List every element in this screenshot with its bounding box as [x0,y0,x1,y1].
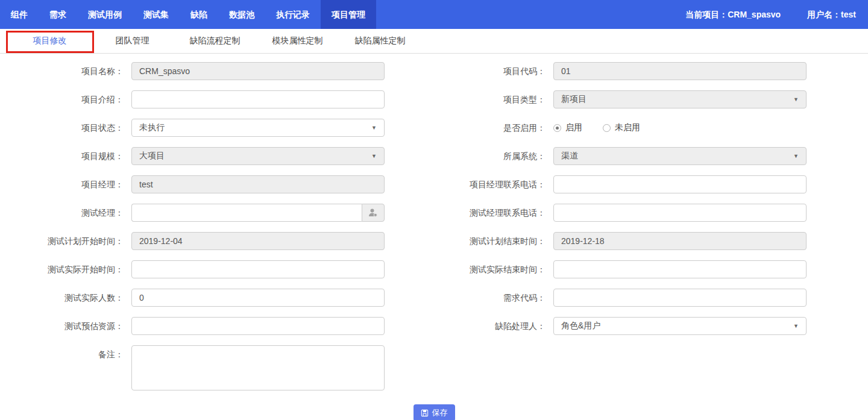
defect-handler-select[interactable]: 角色&用户 ▼ [553,317,807,335]
project-status-label: 项目状态： [0,119,131,137]
nav-item-test-cases[interactable]: 测试用例 [77,0,133,29]
field-estimated-resource: 测试预估资源： [0,317,434,335]
project-code-input[interactable] [553,62,807,80]
project-edit-form: 项目名称： 项目介绍： 项目状态： 未执行 ▼ 项目规模： 大项目 ▼ 项目经理… [0,54,868,401]
req-code-label: 需求代码： [434,289,553,307]
save-button[interactable]: 保存 [414,404,455,420]
form-column-right: 项目代码： 项目类型： 新项目 ▼ 是否启用： 启用 未启用 [434,62,868,401]
chevron-down-icon: ▼ [371,125,377,131]
system-select[interactable]: 渠道 ▼ [553,147,807,165]
project-name-input[interactable] [131,62,385,80]
req-code-input[interactable] [553,289,807,307]
field-plan-start: 测试计划开始时间： [0,232,434,250]
test-manager-label: 测试经理： [0,204,131,222]
field-actual-people: 测试实际人数： [0,289,434,307]
field-project-manager: 项目经理： [0,175,434,193]
add-user-icon [368,208,378,218]
radio-disabled-label: 未启用 [615,122,640,133]
field-test-manager: 测试经理： [0,204,434,222]
tm-phone-input[interactable] [553,204,807,222]
tm-phone-label: 测试经理联系电话： [434,204,553,222]
radio-enabled-label: 启用 [565,122,582,133]
test-manager-input[interactable] [131,204,362,222]
field-project-scale: 项目规模： 大项目 ▼ [0,147,434,165]
plan-start-input[interactable] [131,232,385,250]
system-label: 所属系统： [434,147,553,165]
plan-end-input[interactable] [553,232,807,250]
nav-item-defects[interactable]: 缺陷 [180,0,218,29]
field-project-type: 项目类型： 新项目 ▼ [434,90,868,108]
project-scale-value: 大项目 [139,151,165,161]
field-tm-phone: 测试经理联系电话： [434,204,868,222]
enabled-radio-group: 启用 未启用 [553,119,640,137]
estimated-resource-input[interactable] [131,317,385,335]
form-column-left: 项目名称： 项目介绍： 项目状态： 未执行 ▼ 项目规模： 大项目 ▼ 项目经理… [0,62,434,401]
project-status-value: 未执行 [139,122,165,133]
actual-people-label: 测试实际人数： [0,289,131,307]
tab-project-edit[interactable]: 项目修改 [8,36,91,46]
project-intro-input[interactable] [131,90,385,108]
plan-end-label: 测试计划结束时间： [434,232,553,250]
form-actions: 保存 [0,404,868,420]
project-name-label: 项目名称： [0,62,131,80]
project-manager-input[interactable] [131,175,385,193]
field-system: 所属系统： 渠道 ▼ [434,147,868,165]
pm-phone-label: 项目经理联系电话： [434,175,553,193]
actual-end-label: 测试实际结束时间： [434,260,553,278]
field-project-name: 项目名称： [0,62,434,80]
radio-enabled[interactable]: 启用 [553,122,582,133]
radio-disabled[interactable]: 未启用 [603,122,640,133]
field-pm-phone: 项目经理联系电话： [434,175,868,193]
pm-phone-input[interactable] [553,175,807,193]
field-actual-start: 测试实际开始时间： [0,260,434,278]
nav-item-execution-records[interactable]: 执行记录 [265,0,321,29]
field-plan-end: 测试计划结束时间： [434,232,868,250]
field-project-code: 项目代码： [434,62,868,80]
radio-checked-icon [553,124,561,132]
project-type-value: 新项目 [561,94,587,105]
project-code-label: 项目代码： [434,62,553,80]
nav-item-components[interactable]: 组件 [0,0,39,29]
username-label: 用户名：test [807,0,856,29]
project-scale-select[interactable]: 大项目 ▼ [131,147,385,165]
field-defect-handler: 缺陷处理人： 角色&用户 ▼ [434,317,868,335]
tab-module-attr-custom[interactable]: 模块属性定制 [256,36,339,46]
system-value: 渠道 [561,151,578,161]
project-status-select[interactable]: 未执行 ▼ [131,119,385,137]
tab-defect-flow-custom[interactable]: 缺陷流程定制 [174,36,256,46]
actual-end-input[interactable] [553,260,807,278]
actual-start-input[interactable] [131,260,385,278]
estimated-resource-label: 测试预估资源： [0,317,131,335]
field-project-intro: 项目介绍： [0,90,434,108]
nav-item-project-management[interactable]: 项目管理 [321,0,376,29]
chevron-down-icon: ▼ [371,153,377,159]
save-floppy-icon [421,409,429,417]
remark-label: 备注： [0,345,131,363]
test-manager-input-group [131,204,385,222]
enabled-label: 是否启用： [434,119,553,137]
radio-unchecked-icon [603,124,611,132]
project-intro-label: 项目介绍： [0,90,131,108]
field-enabled: 是否启用： 启用 未启用 [434,119,868,137]
select-user-button[interactable] [362,204,385,222]
nav-item-data-pool[interactable]: 数据池 [218,0,265,29]
top-navbar: 组件 需求 测试用例 测试集 缺陷 数据池 执行记录 项目管理 当前项目：CRM… [0,0,868,29]
plan-start-label: 测试计划开始时间： [0,232,131,250]
project-type-select[interactable]: 新项目 ▼ [553,90,807,108]
nav-item-test-sets[interactable]: 测试集 [133,0,180,29]
chevron-down-icon: ▼ [793,323,799,329]
chevron-down-icon: ▼ [793,153,799,159]
remark-textarea[interactable] [131,345,385,390]
tab-team-management[interactable]: 团队管理 [91,36,174,46]
nav-item-requirements[interactable]: 需求 [39,0,77,29]
tab-defect-attr-custom[interactable]: 缺陷属性定制 [339,36,421,46]
current-project-label: 当前项目：CRM_spasvo [685,0,781,29]
project-scale-label: 项目规模： [0,147,131,165]
defect-handler-label: 缺陷处理人： [434,317,553,335]
sub-tabbar: 项目修改 团队管理 缺陷流程定制 模块属性定制 缺陷属性定制 [0,29,868,54]
actual-people-input[interactable] [131,289,385,307]
project-type-label: 项目类型： [434,90,553,108]
field-req-code: 需求代码： [434,289,868,307]
defect-handler-value: 角色&用户 [561,321,600,331]
project-manager-label: 项目经理： [0,175,131,193]
